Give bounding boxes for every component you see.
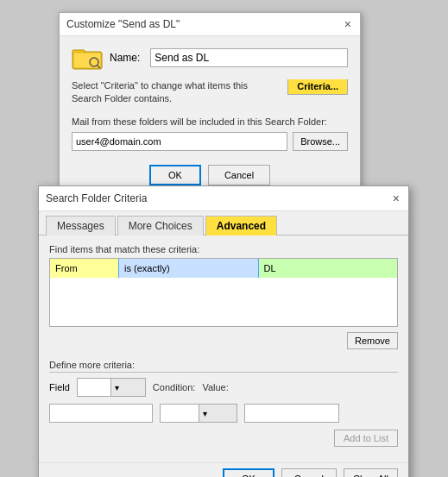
tab-advanced[interactable]: Advanced xyxy=(205,216,277,235)
field-text-input[interactable] xyxy=(49,404,153,423)
tab-messages[interactable]: Messages xyxy=(46,216,116,235)
outer-close-button[interactable]: × xyxy=(343,18,353,30)
inner-ok-button[interactable]: OK xyxy=(223,468,274,477)
field-dropdown-value xyxy=(78,386,111,389)
customize-dialog: Customize "Send as DL" × Name: Criteria.… xyxy=(59,12,361,204)
criteria-list: From is (exactly) DL xyxy=(49,258,398,327)
criteria-button[interactable]: Criteria... xyxy=(287,79,348,95)
criteria-condition-cell: is (exactly) xyxy=(119,259,259,278)
outer-cancel-button[interactable]: Cancel xyxy=(208,165,270,185)
condition-select[interactable]: ▾ xyxy=(160,404,237,423)
outer-dialog-title: Customize "Send as DL" xyxy=(66,18,180,30)
field-label: Field xyxy=(49,382,70,392)
remove-row: Remove xyxy=(49,332,398,355)
name-label: Name: xyxy=(110,52,140,64)
inner-titlebar: Search Folder Criteria × xyxy=(39,186,408,211)
condition-select-value xyxy=(161,411,199,415)
mail-desc: Mail from these folders will be included… xyxy=(72,116,348,127)
browse-button[interactable]: Browse... xyxy=(293,132,348,151)
condition-label: Condition: xyxy=(153,382,196,392)
inputs-row: ▾ xyxy=(49,404,398,423)
criteria-list-label: Find items that match these criteria: xyxy=(49,244,398,254)
clear-all-button[interactable]: Clear All xyxy=(344,468,398,477)
folder-row: Browse... xyxy=(72,132,348,151)
search-folder-criteria-dialog: Search Folder Criteria × Messages More C… xyxy=(38,185,409,477)
tabs-bar: Messages More Choices Advanced xyxy=(39,211,408,235)
field-row: Field ▾ Condition: Value: xyxy=(49,378,398,397)
folder-input[interactable] xyxy=(72,132,287,151)
inner-footer: OK Cancel Clear All xyxy=(39,462,408,477)
outer-dialog-body: Name: Criteria... Select "Criteria" to c… xyxy=(60,36,360,203)
field-dropdown-arrow: ▾ xyxy=(110,379,145,396)
criteria-field-cell: From xyxy=(50,259,119,278)
inner-dialog-title: Search Folder Criteria xyxy=(46,192,147,204)
value-input[interactable] xyxy=(244,404,339,423)
inner-close-button[interactable]: × xyxy=(391,191,401,205)
outer-titlebar: Customize "Send as DL" × xyxy=(60,13,360,36)
inner-cancel-button[interactable]: Cancel xyxy=(281,468,337,477)
tab-more-choices[interactable]: More Choices xyxy=(117,216,204,235)
table-row: From is (exactly) DL xyxy=(50,259,397,278)
folder-icon xyxy=(72,45,103,71)
criteria-value-cell: DL xyxy=(259,259,398,278)
outer-ok-button[interactable]: OK xyxy=(149,165,201,185)
add-row: Add to List xyxy=(49,430,398,447)
define-label: Define more criteria: xyxy=(49,360,398,373)
name-input[interactable] xyxy=(150,48,348,67)
remove-button[interactable]: Remove xyxy=(347,332,398,349)
add-to-list-button[interactable]: Add to List xyxy=(334,430,398,447)
inner-dialog-body: Find items that match these criteria: Fr… xyxy=(39,235,408,462)
condition-select-arrow: ▾ xyxy=(199,405,237,422)
value-label: Value: xyxy=(202,382,228,392)
name-row: Name: xyxy=(72,45,348,71)
field-dropdown[interactable]: ▾ xyxy=(77,378,146,397)
